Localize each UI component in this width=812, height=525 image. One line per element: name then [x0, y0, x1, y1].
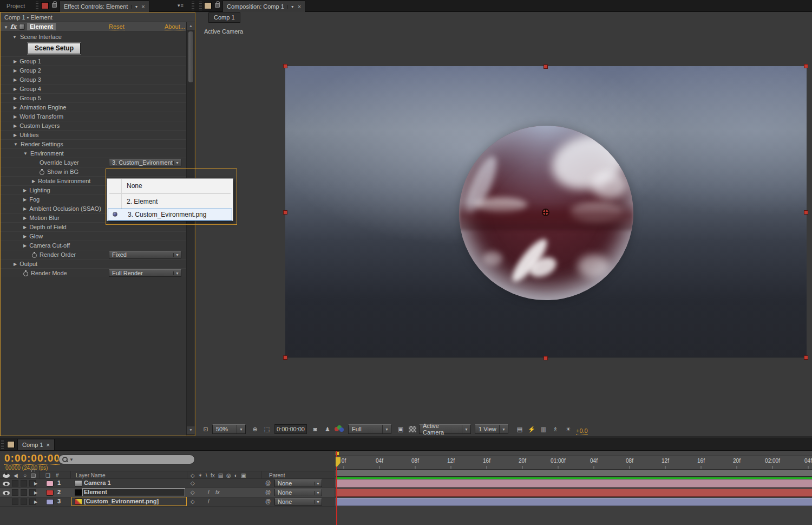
layer-row-element[interactable]: ▶2Element◇/fx@None▼ [0, 488, 335, 497]
layer-handle-top-center[interactable] [543, 64, 548, 69]
switch-cell[interactable] [12, 489, 18, 496]
disclosure-collapsed-icon[interactable]: ▶ [23, 206, 27, 211]
ec-scrollbar[interactable]: ▲ ▼ [186, 22, 194, 436]
pixel-aspect-correction-icon[interactable]: ▤ [514, 424, 525, 434]
scene-interface-group[interactable]: ▼ Scene Interface [1, 32, 186, 42]
disclosure-collapsed-icon[interactable]: ▶ [23, 188, 27, 193]
timeline-button-icon[interactable]: ▥ [538, 424, 549, 434]
disclosure-collapsed-icon[interactable]: ▶ [14, 87, 17, 92]
panel-gripper[interactable] [199, 2, 202, 10]
menu-item-3-custom-evironment-png[interactable]: 3. Custom_Evironment.png [108, 209, 232, 221]
scene-setup-button[interactable]: Scene Setup [28, 43, 81, 54]
panel-menu-icon[interactable]: ▾≡ [178, 3, 184, 8]
draft-3d-icon[interactable] [216, 455, 227, 464]
quality-switch[interactable]: / [208, 489, 209, 495]
effect-row-group-5[interactable]: ▶Group 5 [1, 93, 186, 102]
disclosure-collapsed-icon[interactable]: ▶ [14, 59, 17, 64]
layer-handle-top-left[interactable] [283, 64, 287, 68]
effect-row-render-order[interactable]: Render OrderFixed▼ [1, 250, 186, 259]
disclosure-collapsed-icon[interactable]: ▶ [23, 243, 27, 248]
tab-effect-controls[interactable]: Effect Controls: Element ▼ × [60, 1, 149, 12]
about-link[interactable]: About... [165, 23, 185, 30]
disclosure-collapsed-icon[interactable]: ▶ [14, 68, 17, 73]
stopwatch-icon[interactable] [40, 169, 44, 174]
disclosure-collapsed-icon[interactable]: ▶ [14, 133, 17, 138]
quality-switch[interactable]: / [208, 498, 209, 504]
exposure-adjust[interactable]: +0.0 [576, 425, 588, 435]
effect-name[interactable]: Element [27, 23, 56, 30]
disclosure-collapsed-icon[interactable]: ▶ [32, 179, 35, 184]
parent-dropdown[interactable]: None▼ [274, 498, 322, 505]
parent-dropdown[interactable]: None▼ [274, 489, 322, 496]
tab-project[interactable]: Project [1, 0, 30, 12]
dropdown-override-layer[interactable]: 3. Custom_Evironment▼ [109, 159, 181, 166]
fast-previews-icon[interactable]: ⚡ [526, 424, 537, 434]
panel-color-swatch[interactable] [7, 441, 15, 448]
lock-icon[interactable] [215, 3, 220, 8]
menu-item-2-element[interactable]: 2. Element [107, 195, 233, 209]
auto-keyframe-icon[interactable] [294, 455, 305, 464]
brainstorm-icon[interactable] [279, 455, 290, 464]
comp-viewport[interactable] [285, 66, 807, 358]
switch-cell[interactable] [12, 480, 18, 487]
disclosure-collapsed-icon[interactable]: ▶ [34, 481, 37, 486]
panel-color-swatch[interactable] [41, 2, 49, 9]
layer-name[interactable]: Element [84, 489, 107, 495]
exposure-reset-icon[interactable]: ☀ [563, 424, 574, 434]
timeline-tab-comp1[interactable]: Comp 1 × [17, 439, 55, 450]
shy-switch[interactable]: ◇ [191, 498, 195, 504]
effect-row-group-4[interactable]: ▶Group 4 [1, 84, 186, 93]
disclosure-collapsed-icon[interactable]: ▶ [23, 197, 27, 202]
disclosure-expanded-icon[interactable]: ▼ [23, 151, 28, 156]
layer-label-color[interactable] [46, 481, 54, 487]
effect-row-output[interactable]: ▶Output [1, 259, 186, 268]
panel-color-swatch[interactable] [204, 2, 212, 9]
disclosure-collapsed-icon[interactable]: ▶ [14, 105, 17, 110]
current-timecode[interactable]: 0:00:00:00 [4, 452, 60, 465]
camera-view-dropdown[interactable]: Active Camera ▼ [419, 424, 471, 434]
effect-row-glow[interactable]: ▶Glow [1, 231, 186, 241]
layer-label-color[interactable] [46, 490, 54, 496]
layer-row-custom-evironment-png[interactable]: ▶3[Custom_Evironment.png]◇/@None▼ [0, 497, 335, 507]
time-ruler[interactable]: 0f04f08f12f16f20f01:00f04f08f12f16f20f02… [336, 456, 812, 470]
dropdown-render-mode[interactable]: Full Render▼ [109, 269, 181, 277]
parent-pickwhip-icon[interactable]: @ [265, 480, 271, 486]
scroll-up-icon[interactable]: ▲ [187, 22, 195, 30]
effect-row-render-mode[interactable]: Render ModeFull Render▼ [1, 268, 186, 277]
show-snapshot-icon[interactable]: ♟ [322, 424, 333, 434]
viewer-timecode[interactable]: 0:00:00:00 [274, 424, 307, 434]
fx-switch[interactable]: fx [215, 489, 220, 495]
region-of-interest-icon[interactable]: ⬚ [261, 424, 272, 434]
panel-gripper[interactable] [36, 2, 38, 10]
layer-label-color[interactable] [46, 499, 54, 505]
layer-handle-bottom-right[interactable] [804, 355, 808, 360]
visibility-eye-icon[interactable] [3, 491, 10, 495]
layer-name-column-label[interactable]: Layer Name [76, 471, 105, 479]
panel-gripper[interactable] [192, 2, 194, 10]
dropdown-render-order[interactable]: Fixed▼ [109, 251, 181, 258]
viewer-tab-comp1[interactable]: Comp 1 [208, 12, 240, 23]
layer-name[interactable]: Camera 1 [84, 479, 111, 486]
layer-anchor-point[interactable] [542, 209, 549, 216]
effect-row-group-2[interactable]: ▶Group 2 [1, 66, 186, 75]
panel-gripper[interactable] [1, 440, 4, 449]
work-area-bar[interactable] [336, 470, 812, 477]
disclosure-collapsed-icon[interactable]: ▶ [34, 500, 37, 504]
safe-margins-icon[interactable]: ⊕ [250, 424, 260, 434]
switch-cell[interactable] [21, 489, 27, 496]
disclosure-collapsed-icon[interactable]: ▶ [23, 225, 27, 230]
resolution-dropdown[interactable]: Full ▼ [348, 424, 391, 434]
lock-icon[interactable] [52, 3, 57, 8]
search-options-icon[interactable]: ▼ [69, 457, 74, 462]
effect-row-camera-cut-off[interactable]: ▶Camera Cut-off [1, 241, 186, 250]
effect-row-render-settings[interactable]: ▼Render Settings [1, 139, 186, 148]
layer-duration-bar-element[interactable] [336, 489, 812, 497]
always-preview-icon[interactable]: ⊡ [200, 424, 211, 434]
comp-flowchart-icon[interactable]: ♗ [550, 424, 561, 434]
show-channel-icon[interactable] [334, 424, 345, 434]
motion-blur-icon[interactable] [263, 455, 274, 464]
visibility-eye-icon[interactable] [3, 482, 10, 486]
effect-row-animation-engine[interactable]: ▶Animation Engine [1, 102, 186, 112]
target-region-icon[interactable]: ▣ [395, 424, 406, 434]
disclosure-collapsed-icon[interactable]: ▶ [14, 124, 17, 128]
